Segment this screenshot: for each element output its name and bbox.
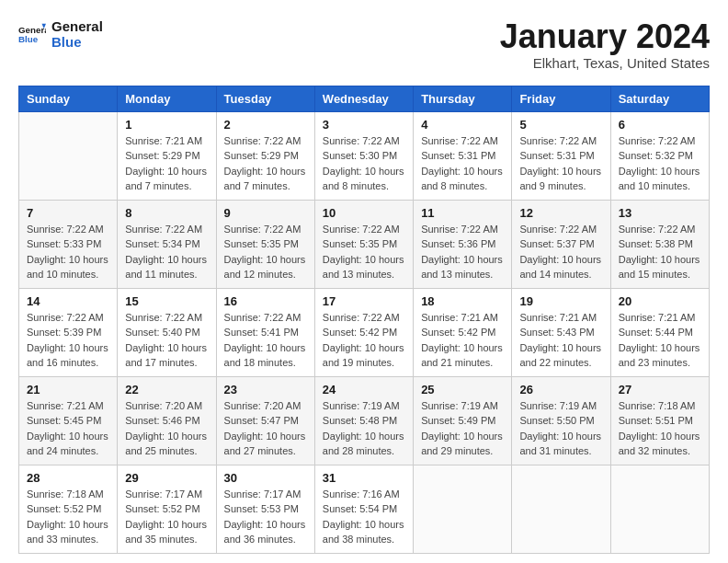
calendar-cell: 15Sunrise: 7:22 AM Sunset: 5:40 PM Dayli…	[118, 288, 216, 376]
day-number: 26	[519, 383, 602, 396]
calendar-week-row: 28Sunrise: 7:18 AM Sunset: 5:52 PM Dayli…	[19, 465, 710, 553]
day-number: 6	[619, 118, 701, 132]
weekday-header-wednesday: Wednesday	[314, 86, 413, 111]
logo-icon: General Blue	[18, 20, 46, 48]
calendar-cell: 26Sunrise: 7:19 AM Sunset: 5:50 PM Dayli…	[512, 376, 610, 465]
day-info: Sunrise: 7:22 AM Sunset: 5:34 PM Dayligh…	[125, 222, 208, 282]
day-number: 1	[125, 118, 208, 132]
logo: General Blue General Blue	[18, 18, 103, 50]
calendar-cell: 22Sunrise: 7:20 AM Sunset: 5:46 PM Dayli…	[118, 376, 216, 465]
weekday-header-friday: Friday	[512, 86, 610, 111]
calendar-cell: 4Sunrise: 7:22 AM Sunset: 5:31 PM Daylig…	[414, 111, 512, 200]
calendar-cell: 2Sunrise: 7:22 AM Sunset: 5:29 PM Daylig…	[216, 111, 314, 200]
day-number: 17	[323, 294, 405, 308]
day-number: 11	[421, 206, 504, 220]
calendar-cell: 9Sunrise: 7:22 AM Sunset: 5:35 PM Daylig…	[216, 200, 314, 288]
day-number: 8	[125, 206, 208, 220]
weekday-header-saturday: Saturday	[610, 86, 709, 111]
day-info: Sunrise: 7:20 AM Sunset: 5:47 PM Dayligh…	[224, 398, 307, 459]
calendar-cell: 6Sunrise: 7:22 AM Sunset: 5:32 PM Daylig…	[610, 111, 709, 200]
calendar-week-row: 7Sunrise: 7:22 AM Sunset: 5:33 PM Daylig…	[19, 200, 710, 288]
calendar-cell: 30Sunrise: 7:17 AM Sunset: 5:53 PM Dayli…	[216, 465, 314, 553]
day-number: 16	[224, 294, 307, 308]
day-info: Sunrise: 7:19 AM Sunset: 5:49 PM Dayligh…	[421, 398, 504, 459]
day-number: 10	[323, 206, 405, 220]
calendar-cell: 1Sunrise: 7:21 AM Sunset: 5:29 PM Daylig…	[118, 111, 216, 200]
calendar-cell: 24Sunrise: 7:19 AM Sunset: 5:48 PM Dayli…	[314, 376, 413, 465]
day-info: Sunrise: 7:22 AM Sunset: 5:35 PM Dayligh…	[323, 222, 405, 282]
day-info: Sunrise: 7:21 AM Sunset: 5:45 PM Dayligh…	[27, 398, 109, 459]
day-info: Sunrise: 7:18 AM Sunset: 5:51 PM Dayligh…	[619, 398, 701, 459]
day-info: Sunrise: 7:22 AM Sunset: 5:31 PM Dayligh…	[421, 133, 504, 194]
day-info: Sunrise: 7:22 AM Sunset: 5:33 PM Dayligh…	[27, 222, 109, 282]
page-title: January 2024	[500, 18, 710, 55]
calendar-cell: 14Sunrise: 7:22 AM Sunset: 5:39 PM Dayli…	[19, 288, 118, 376]
day-info: Sunrise: 7:19 AM Sunset: 5:48 PM Dayligh…	[323, 398, 405, 459]
day-info: Sunrise: 7:22 AM Sunset: 5:32 PM Dayligh…	[619, 133, 701, 194]
day-info: Sunrise: 7:20 AM Sunset: 5:46 PM Dayligh…	[125, 398, 208, 459]
day-number: 30	[224, 471, 307, 485]
calendar-cell: 20Sunrise: 7:21 AM Sunset: 5:44 PM Dayli…	[610, 288, 709, 376]
weekday-header-monday: Monday	[118, 86, 216, 111]
calendar-cell: 18Sunrise: 7:21 AM Sunset: 5:42 PM Dayli…	[414, 288, 512, 376]
day-number: 18	[421, 294, 504, 308]
day-info: Sunrise: 7:22 AM Sunset: 5:36 PM Dayligh…	[421, 222, 504, 282]
day-number: 27	[619, 383, 701, 396]
calendar-cell: 31Sunrise: 7:16 AM Sunset: 5:54 PM Dayli…	[314, 465, 413, 553]
day-number: 14	[27, 294, 109, 308]
day-number: 4	[421, 118, 504, 132]
calendar-cell: 5Sunrise: 7:22 AM Sunset: 5:31 PM Daylig…	[512, 111, 610, 200]
day-info: Sunrise: 7:17 AM Sunset: 5:52 PM Dayligh…	[125, 487, 208, 547]
svg-text:Blue: Blue	[18, 34, 39, 44]
calendar-cell: 19Sunrise: 7:21 AM Sunset: 5:43 PM Dayli…	[512, 288, 610, 376]
day-number: 3	[323, 118, 405, 132]
day-number: 22	[125, 383, 208, 396]
day-info: Sunrise: 7:16 AM Sunset: 5:54 PM Dayligh…	[323, 487, 405, 547]
day-number: 21	[27, 383, 109, 396]
day-info: Sunrise: 7:22 AM Sunset: 5:37 PM Dayligh…	[519, 222, 602, 282]
calendar-cell: 21Sunrise: 7:21 AM Sunset: 5:45 PM Dayli…	[19, 376, 118, 465]
calendar-cell: 29Sunrise: 7:17 AM Sunset: 5:52 PM Dayli…	[118, 465, 216, 553]
calendar-cell: 16Sunrise: 7:22 AM Sunset: 5:41 PM Dayli…	[216, 288, 314, 376]
day-info: Sunrise: 7:22 AM Sunset: 5:40 PM Dayligh…	[125, 310, 208, 371]
page-subtitle: Elkhart, Texas, United States	[500, 55, 710, 71]
calendar-cell	[19, 111, 118, 200]
day-info: Sunrise: 7:17 AM Sunset: 5:53 PM Dayligh…	[224, 487, 307, 547]
day-info: Sunrise: 7:22 AM Sunset: 5:30 PM Dayligh…	[323, 133, 405, 194]
calendar-cell: 13Sunrise: 7:22 AM Sunset: 5:38 PM Dayli…	[610, 200, 709, 288]
day-info: Sunrise: 7:22 AM Sunset: 5:35 PM Dayligh…	[224, 222, 307, 282]
day-info: Sunrise: 7:22 AM Sunset: 5:29 PM Dayligh…	[224, 133, 307, 194]
day-number: 24	[323, 383, 405, 396]
calendar-cell	[512, 465, 610, 553]
calendar-table: SundayMondayTuesdayWednesdayThursdayFrid…	[18, 86, 710, 554]
day-number: 5	[519, 118, 602, 132]
day-info: Sunrise: 7:22 AM Sunset: 5:39 PM Dayligh…	[27, 310, 109, 371]
day-info: Sunrise: 7:22 AM Sunset: 5:31 PM Dayligh…	[519, 133, 602, 194]
day-info: Sunrise: 7:22 AM Sunset: 5:38 PM Dayligh…	[619, 222, 701, 282]
day-number: 19	[519, 294, 602, 308]
day-number: 20	[619, 294, 701, 308]
day-info: Sunrise: 7:21 AM Sunset: 5:44 PM Dayligh…	[619, 310, 701, 371]
page-header: General Blue General Blue January 2024 E…	[18, 18, 710, 71]
calendar-week-row: 21Sunrise: 7:21 AM Sunset: 5:45 PM Dayli…	[19, 376, 710, 465]
svg-text:General: General	[18, 25, 46, 35]
weekday-header-sunday: Sunday	[19, 86, 118, 111]
calendar-cell: 28Sunrise: 7:18 AM Sunset: 5:52 PM Dayli…	[19, 465, 118, 553]
logo-text-line1: General	[51, 18, 103, 34]
weekday-header-thursday: Thursday	[414, 86, 512, 111]
day-number: 12	[519, 206, 602, 220]
logo-text-line2: Blue	[51, 34, 103, 50]
day-number: 28	[27, 471, 109, 485]
day-number: 23	[224, 383, 307, 396]
day-info: Sunrise: 7:21 AM Sunset: 5:43 PM Dayligh…	[519, 310, 602, 371]
title-block: January 2024 Elkhart, Texas, United Stat…	[500, 18, 710, 71]
calendar-cell: 27Sunrise: 7:18 AM Sunset: 5:51 PM Dayli…	[610, 376, 709, 465]
day-info: Sunrise: 7:18 AM Sunset: 5:52 PM Dayligh…	[27, 487, 109, 547]
weekday-header-tuesday: Tuesday	[216, 86, 314, 111]
day-info: Sunrise: 7:21 AM Sunset: 5:42 PM Dayligh…	[421, 310, 504, 371]
calendar-cell	[610, 465, 709, 553]
calendar-week-row: 14Sunrise: 7:22 AM Sunset: 5:39 PM Dayli…	[19, 288, 710, 376]
day-number: 13	[619, 206, 701, 220]
day-number: 15	[125, 294, 208, 308]
day-info: Sunrise: 7:19 AM Sunset: 5:50 PM Dayligh…	[519, 398, 602, 459]
